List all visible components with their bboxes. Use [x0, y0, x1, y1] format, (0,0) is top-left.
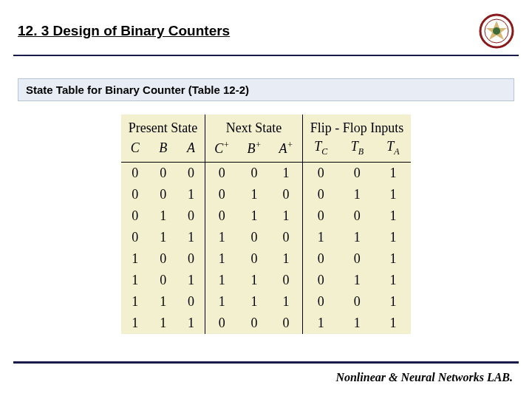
- table-cell: 1: [177, 313, 205, 334]
- table-cell: 0: [270, 227, 303, 248]
- table-cell: 0: [149, 162, 177, 184]
- table-row: 000001001: [121, 162, 411, 184]
- subtitle-box: State Table for Binary Counter (Table 12…: [18, 78, 514, 101]
- table-cell: 0: [177, 162, 205, 184]
- table-cell: 0: [205, 313, 239, 334]
- state-table-wrap: Present State Next State Flip - Flop Inp…: [0, 115, 532, 334]
- header-divider: [13, 55, 519, 56]
- group-present: Present State: [121, 115, 205, 137]
- group-ff: Flip - Flop Inputs: [302, 115, 411, 137]
- table-cell: 0: [302, 270, 339, 291]
- col-Bplus: B+: [238, 137, 270, 162]
- table-cell: 0: [177, 205, 205, 227]
- table-cell: 0: [238, 313, 270, 334]
- table-cell: 0: [302, 248, 339, 270]
- table-cell: 0: [121, 162, 149, 184]
- table-cell: 0: [270, 313, 303, 334]
- table-cell: 0: [339, 248, 375, 270]
- table-cell: 0: [339, 291, 375, 313]
- table-cell: 1: [205, 291, 239, 313]
- table-cell: 0: [205, 162, 239, 184]
- table-cell: 1: [149, 313, 177, 334]
- table-row: 111000111: [121, 313, 411, 334]
- table-cell: 0: [302, 291, 339, 313]
- table-cell: 0: [339, 205, 375, 227]
- col-TA: TA: [375, 137, 412, 162]
- table-cell: 1: [270, 291, 303, 313]
- table-cell: 1: [375, 248, 412, 270]
- col-TC: TC: [302, 137, 339, 162]
- table-cell: 1: [375, 313, 412, 334]
- table-cell: 0: [270, 270, 303, 291]
- table-cell: 0: [205, 184, 239, 205]
- col-Aplus: A+: [270, 137, 303, 162]
- table-cell: 1: [375, 291, 412, 313]
- table-row: 010011001: [121, 205, 411, 227]
- table-cell: 0: [238, 227, 270, 248]
- col-header-row: C B A C+ B+ A+ TC TB TA: [121, 137, 411, 162]
- table-cell: 1: [302, 227, 339, 248]
- table-row: 011100111: [121, 227, 411, 248]
- table-cell: 1: [121, 313, 149, 334]
- table-cell: 1: [121, 248, 149, 270]
- table-cell: 1: [205, 227, 239, 248]
- table-cell: 0: [339, 162, 375, 184]
- table-cell: 1: [121, 270, 149, 291]
- table-row: 110111001: [121, 291, 411, 313]
- table-cell: 0: [302, 184, 339, 205]
- table-cell: 0: [238, 162, 270, 184]
- table-cell: 1: [205, 248, 239, 270]
- table-cell: 0: [205, 205, 239, 227]
- table-cell: 1: [238, 270, 270, 291]
- table-cell: 1: [177, 227, 205, 248]
- state-table: Present State Next State Flip - Flop Inp…: [121, 115, 411, 334]
- table-row: 001010011: [121, 184, 411, 205]
- col-C: C: [121, 137, 149, 162]
- table-cell: 1: [375, 227, 412, 248]
- table-cell: 1: [339, 270, 375, 291]
- table-cell: 0: [149, 270, 177, 291]
- table-cell: 1: [375, 184, 412, 205]
- table-cell: 0: [149, 184, 177, 205]
- col-Cplus: C+: [205, 137, 239, 162]
- table-cell: 0: [149, 248, 177, 270]
- col-TB: TB: [339, 137, 375, 162]
- table-row: 101110011: [121, 270, 411, 291]
- table-cell: 1: [205, 270, 239, 291]
- table-cell: 1: [177, 270, 205, 291]
- table-cell: 1: [238, 291, 270, 313]
- table-cell: 0: [121, 205, 149, 227]
- table-cell: 1: [121, 291, 149, 313]
- table-cell: 1: [375, 270, 412, 291]
- table-cell: 0: [302, 162, 339, 184]
- table-cell: 1: [339, 227, 375, 248]
- footer-label: Nonlinear & Neural Networks LAB.: [335, 371, 513, 384]
- table-cell: 1: [302, 313, 339, 334]
- table-cell: 1: [149, 291, 177, 313]
- footer-divider: [13, 361, 519, 364]
- table-cell: 0: [270, 184, 303, 205]
- group-next: Next State: [205, 115, 302, 137]
- table-cell: 1: [270, 248, 303, 270]
- table-cell: 1: [375, 205, 412, 227]
- table-cell: 0: [302, 205, 339, 227]
- table-cell: 1: [270, 205, 303, 227]
- table-cell: 1: [339, 313, 375, 334]
- university-seal-icon: [479, 13, 514, 49]
- table-cell: 1: [238, 184, 270, 205]
- table-cell: 1: [238, 205, 270, 227]
- group-header-row: Present State Next State Flip - Flop Inp…: [121, 115, 411, 137]
- table-cell: 1: [177, 184, 205, 205]
- table-body: 0000010010010100110100110010111001111001…: [121, 162, 411, 334]
- table-cell: 0: [238, 248, 270, 270]
- table-cell: 1: [339, 184, 375, 205]
- table-cell: 0: [121, 227, 149, 248]
- col-B: B: [149, 137, 177, 162]
- table-cell: 1: [270, 162, 303, 184]
- col-A: A: [177, 137, 205, 162]
- page-title: 12. 3 Design of Binary Counters: [18, 23, 230, 39]
- table-row: 100101001: [121, 248, 411, 270]
- table-cell: 1: [375, 162, 412, 184]
- slide-header: 12. 3 Design of Binary Counters: [0, 0, 532, 55]
- table-cell: 0: [121, 184, 149, 205]
